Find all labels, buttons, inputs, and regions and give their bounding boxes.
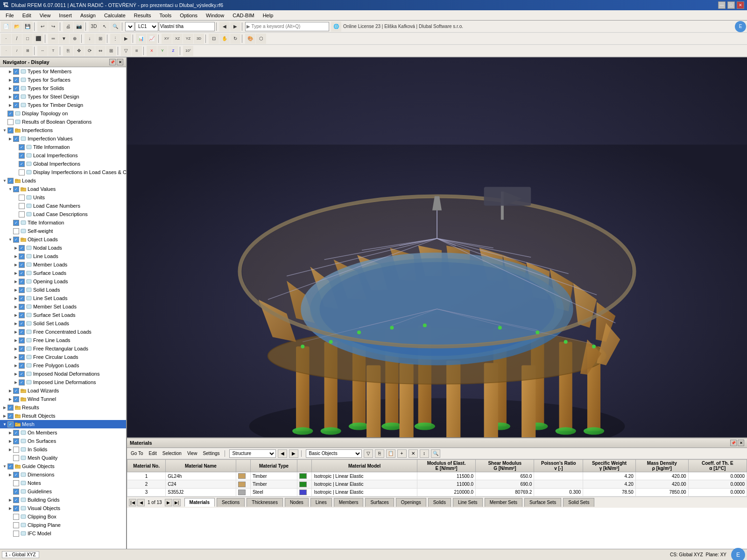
expand-icon-display-topology[interactable] bbox=[2, 111, 7, 116]
checkbox-units[interactable] bbox=[19, 195, 25, 201]
table-row[interactable]: 2 C24 Timber Isotropic | Linear Elastic … bbox=[127, 480, 747, 488]
checkbox-local-imperfections[interactable] bbox=[19, 153, 25, 159]
expand-icon-display-imperfections[interactable] bbox=[13, 169, 19, 175]
menu-insert[interactable]: Insert bbox=[55, 12, 76, 19]
nav-item-load-wizards[interactable]: ▶Load Wizards bbox=[0, 386, 126, 395]
checkbox-member-loads[interactable] bbox=[19, 262, 25, 268]
expand-icon-ifc-model[interactable] bbox=[7, 531, 13, 536]
menu-help[interactable]: Help bbox=[259, 12, 277, 19]
checkbox-title-info-loads[interactable] bbox=[13, 220, 19, 226]
expand-icon-line-set-loads[interactable]: ▶ bbox=[13, 295, 19, 301]
zoom-all-btn[interactable]: ⊡ bbox=[209, 34, 219, 44]
nav-item-solid-set-loads[interactable]: ▶Solid Set Loads bbox=[0, 319, 126, 328]
viewport-3d[interactable]: Materials 📌 ✕ Go To Edit Selection View … bbox=[127, 57, 747, 560]
load-btn[interactable]: ↓ bbox=[85, 34, 95, 44]
checkbox-object-loads[interactable] bbox=[13, 237, 19, 243]
nav-item-free-circ-loads[interactable]: ▶Free Circular Loads bbox=[0, 353, 126, 361]
tab-surfaces[interactable]: Surfaces bbox=[365, 498, 394, 507]
expand-icon-title-info-loads[interactable] bbox=[7, 220, 13, 225]
tab-materials[interactable]: Materials bbox=[184, 498, 215, 507]
tab-members[interactable]: Members bbox=[334, 498, 364, 507]
checkbox-solid-loads[interactable] bbox=[19, 287, 25, 293]
checkbox-notes[interactable] bbox=[13, 480, 19, 486]
expand-icon-surface-loads[interactable]: ▶ bbox=[13, 270, 19, 276]
expand-icon-mesh-quality[interactable] bbox=[7, 455, 13, 461]
expand-icon-imposed-line-def[interactable]: ▶ bbox=[13, 379, 19, 385]
checkbox-free-poly-loads[interactable] bbox=[19, 363, 25, 369]
prev-struct-btn[interactable]: ◀ bbox=[278, 449, 287, 458]
expand-icon-free-circ-loads[interactable]: ▶ bbox=[13, 354, 19, 360]
load-case-combo[interactable]: LC1 bbox=[135, 22, 158, 31]
move-btn[interactable]: ✥ bbox=[74, 46, 84, 56]
cell-name[interactable]: C24 bbox=[166, 480, 236, 488]
del-row-btn[interactable]: ✕ bbox=[409, 449, 418, 458]
checkbox-on-surfaces[interactable] bbox=[13, 438, 19, 444]
nav-item-title-info-imp[interactable]: Title Information bbox=[0, 143, 126, 151]
dim-btn[interactable]: ↔ bbox=[37, 46, 48, 56]
nav-item-object-loads[interactable]: ▼Object Loads bbox=[0, 235, 126, 244]
global-z-btn[interactable]: Z bbox=[168, 46, 178, 56]
view-yz[interactable]: YZ bbox=[183, 34, 193, 44]
nav-item-free-poly-loads[interactable]: ▶Free Polygon Loads bbox=[0, 361, 126, 370]
edit-menu[interactable]: Edit bbox=[147, 450, 159, 456]
text-btn[interactable]: T bbox=[48, 46, 58, 56]
nav-item-guidelines[interactable]: Guidelines bbox=[0, 487, 126, 496]
checkbox-dimensions[interactable] bbox=[13, 472, 19, 478]
hinge-btn[interactable]: ⊕ bbox=[70, 34, 80, 44]
checkbox-on-members[interactable] bbox=[13, 430, 19, 436]
nav-item-title-info-loads[interactable]: Title Information bbox=[0, 218, 126, 227]
copy-row-btn[interactable]: ⎘ bbox=[375, 449, 384, 458]
sort-btn[interactable]: ↕ bbox=[420, 449, 429, 458]
checkbox-member-set-loads[interactable] bbox=[19, 304, 25, 310]
nav-item-types-members[interactable]: ▶Types for Members bbox=[0, 67, 126, 76]
checkbox-line-set-loads[interactable] bbox=[19, 295, 25, 301]
expand-icon-load-case-desc[interactable] bbox=[13, 211, 19, 217]
expand-icon-results[interactable]: ▶ bbox=[2, 405, 7, 410]
expand-icon-local-imperfections[interactable] bbox=[13, 153, 19, 158]
settings-menu[interactable]: Settings bbox=[201, 450, 221, 456]
checkbox-surface-loads[interactable] bbox=[19, 270, 25, 276]
nav-item-units[interactable]: Units bbox=[0, 193, 126, 202]
checkbox-nodal-loads[interactable] bbox=[19, 245, 25, 251]
expand-icon-types-surfaces[interactable]: ▶ bbox=[7, 77, 13, 83]
checkbox-imposed-line-def[interactable] bbox=[19, 379, 25, 385]
panel-header-controls[interactable]: 📌 ✕ bbox=[730, 440, 744, 446]
paste-row-btn[interactable]: 📋 bbox=[386, 449, 395, 458]
wire-btn[interactable]: ⬡ bbox=[256, 34, 266, 44]
checkbox-result-objects[interactable] bbox=[7, 413, 14, 419]
checkbox-imposed-nodal-def[interactable] bbox=[19, 371, 25, 377]
nav-item-clipping-plane[interactable]: Clipping Plane bbox=[0, 521, 126, 529]
checkbox-load-values[interactable] bbox=[13, 186, 19, 192]
tab-solid-sets[interactable]: Solid Sets bbox=[563, 498, 594, 507]
expand-icon-free-line-loads[interactable]: ▶ bbox=[13, 337, 19, 343]
expand-icon-building-grids[interactable]: ▶ bbox=[7, 497, 13, 503]
checkbox-types-solids[interactable] bbox=[13, 85, 19, 91]
cell-name[interactable]: S355J2 bbox=[166, 488, 236, 496]
tb-btn-3d[interactable]: 3D bbox=[89, 21, 99, 32]
expand-icon-load-wizards[interactable]: ▶ bbox=[7, 388, 13, 393]
expand-icon-free-rect-loads[interactable]: ▶ bbox=[13, 346, 19, 351]
expand-icon-on-members[interactable]: ▶ bbox=[7, 430, 13, 435]
expand-icon-loads[interactable]: ▼ bbox=[2, 178, 7, 183]
tb-btn-select[interactable]: ↖ bbox=[99, 21, 110, 32]
nav-item-surface-loads[interactable]: ▶Surface Loads bbox=[0, 269, 126, 277]
filter-btn[interactable]: ▽ bbox=[121, 46, 131, 56]
diagram-btn[interactable]: 📈 bbox=[147, 34, 157, 44]
search-table-btn[interactable]: 🔍 bbox=[431, 449, 440, 458]
expand-icon-member-set-loads[interactable]: ▶ bbox=[13, 304, 19, 309]
member-btn[interactable]: ═ bbox=[48, 34, 58, 44]
checkbox-load-case-numbers[interactable] bbox=[19, 203, 25, 209]
checkbox-imperfection-values[interactable] bbox=[13, 136, 19, 142]
checkbox-imperfections[interactable] bbox=[7, 127, 14, 133]
open-button[interactable]: 📂 bbox=[12, 21, 22, 32]
expand-icon-guidelines[interactable] bbox=[7, 489, 13, 494]
pan-btn[interactable]: ✋ bbox=[219, 34, 230, 44]
next-page-btn[interactable]: ▶ bbox=[165, 499, 172, 506]
expand-icon-solid-set-loads[interactable]: ▶ bbox=[13, 321, 19, 326]
calculate-btn[interactable]: ▶ bbox=[121, 34, 131, 44]
nav-item-local-imperfections[interactable]: Local Imperfections bbox=[0, 151, 126, 160]
checkbox-load-case-desc[interactable] bbox=[19, 211, 25, 217]
nav-item-on-surfaces[interactable]: ▶On Surfaces bbox=[0, 437, 126, 445]
expand-icon-load-values[interactable]: ▼ bbox=[7, 186, 13, 192]
last-page-btn[interactable]: ▶| bbox=[173, 499, 181, 506]
